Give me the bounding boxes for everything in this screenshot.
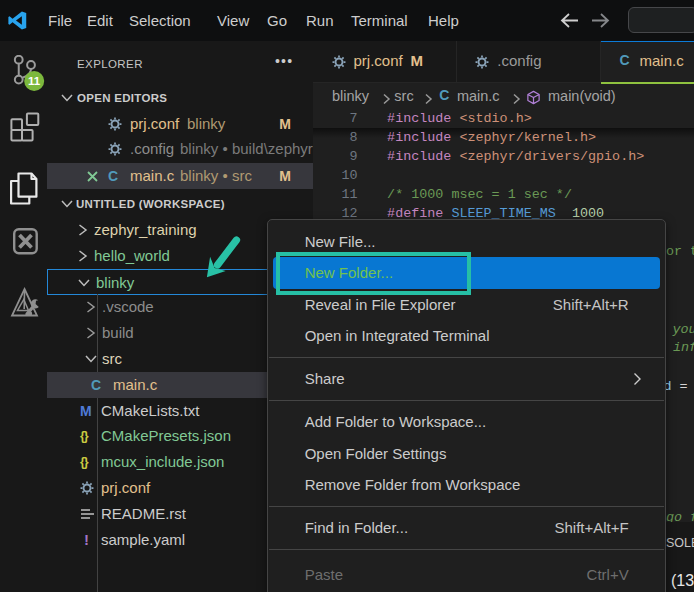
svg-text:11: 11 — [28, 75, 41, 87]
